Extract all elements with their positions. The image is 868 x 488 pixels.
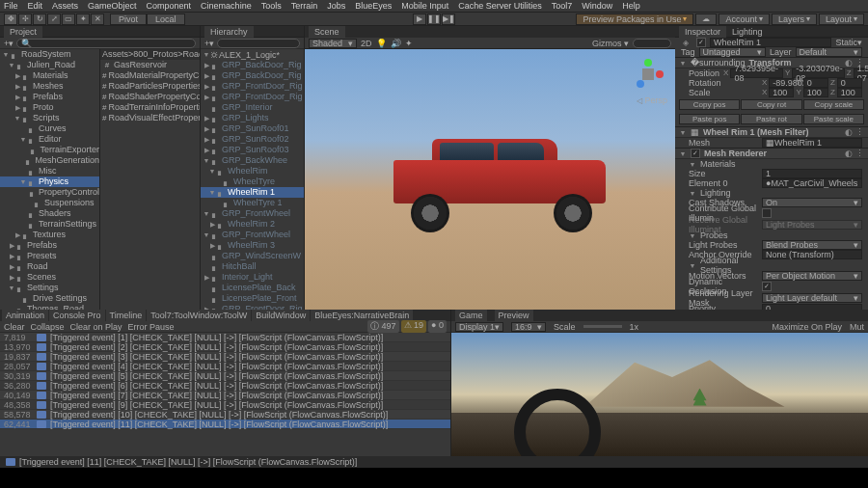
- asset-item[interactable]: #RoadVisualEffectPropertyC: [100, 113, 200, 123]
- tree-row[interactable]: HitchBall: [201, 261, 304, 272]
- create-menu[interactable]: +▾: [4, 39, 14, 48]
- shading-mode[interactable]: Shaded▾: [309, 39, 357, 48]
- warn-count[interactable]: ⚠ 19: [401, 320, 427, 333]
- tree-row[interactable]: ▶Prefabs: [0, 92, 99, 102]
- tree-row[interactable]: ▼GRP_FrontWheel: [201, 208, 304, 219]
- tree-row[interactable]: ▶GRP_FrontDoor_Rig: [201, 92, 304, 102]
- inspector-tab[interactable]: Inspector: [679, 26, 726, 38]
- cloud-button[interactable]: ☁: [695, 14, 717, 25]
- tree-row[interactable]: ▶Prefabs: [0, 240, 99, 251]
- log-row[interactable]: 30,319[Triggered event] [5] [CHECK_TAKE]…: [0, 371, 450, 381]
- cast-shadows[interactable]: On▾: [762, 198, 862, 207]
- tree-row[interactable]: ▶GRP_FrontDoor_Rig: [201, 81, 304, 92]
- log-row[interactable]: 40,149[Triggered event] [7] [CHECK_TAKE]…: [0, 391, 450, 400]
- gameobject-name-field[interactable]: WheelRim 1: [710, 38, 831, 47]
- menu-file[interactable]: File: [4, 1, 18, 11]
- transform-tool[interactable]: ✦: [76, 14, 90, 25]
- preview-tab[interactable]: Preview: [495, 310, 533, 321]
- rot-y[interactable]: 0: [803, 78, 828, 88]
- tree-row[interactable]: ▶WheelRim 2: [201, 219, 304, 230]
- tree-row[interactable]: MeshGeneration: [0, 155, 99, 166]
- 2d-toggle[interactable]: 2D: [361, 39, 372, 48]
- tree-row[interactable]: ▶GRP_SunRoof01: [201, 123, 304, 134]
- tree-row[interactable]: ▶Meshes: [0, 81, 99, 92]
- menu-help[interactable]: Help: [622, 1, 640, 11]
- fx-toggle[interactable]: ✦: [405, 39, 413, 48]
- aspect-dropdown[interactable]: 16:9▾: [511, 322, 546, 332]
- play-button[interactable]: ▶: [413, 14, 426, 25]
- tree-row[interactable]: Suspensions: [0, 198, 99, 208]
- console-tab[interactable]: Animation: [2, 310, 48, 321]
- tree-row[interactable]: TerrainSettings: [0, 219, 99, 230]
- tree-row[interactable]: ▼Settings: [0, 283, 99, 293]
- asset-item[interactable]: #RoadMaterialPropertyContr: [100, 70, 200, 81]
- pos-z[interactable]: 1.525879e-07: [854, 68, 868, 78]
- tree-row[interactable]: ▶Scenes: [0, 272, 99, 283]
- rect-tool[interactable]: ▭: [62, 14, 75, 25]
- anchor-override[interactable]: None (Transform): [762, 250, 862, 259]
- tree-row[interactable]: ▼RoadSystem: [0, 49, 99, 60]
- asset-item[interactable]: #RoadTerrainInfoProperties: [100, 102, 200, 113]
- collapse-toggle[interactable]: Collapse: [31, 322, 65, 332]
- orientation-gizmo[interactable]: [629, 55, 667, 94]
- tree-row[interactable]: ▶GRP_SunRoof02: [201, 134, 304, 145]
- mute-toggle[interactable]: Mut: [850, 322, 864, 332]
- hand-tool[interactable]: ✥: [4, 14, 17, 25]
- tree-row[interactable]: TerrainExporter: [0, 145, 99, 155]
- log-row[interactable]: 19,837[Triggered event] [3] [CHECK_TAKE]…: [0, 352, 450, 362]
- paste-pos[interactable]: Paste pos: [679, 114, 740, 124]
- console-tab[interactable]: Tool7:ToolWindow:ToolW: [147, 310, 251, 321]
- tree-row[interactable]: Curves: [0, 123, 99, 134]
- mesh-field[interactable]: ▦ WheelRim 1: [762, 138, 862, 148]
- error-count[interactable]: ● 0: [428, 320, 447, 333]
- pos-y[interactable]: -3.203079e-08: [792, 68, 845, 78]
- clear-on-play-toggle[interactable]: Clear on Play: [70, 322, 122, 332]
- hierarchy-tab[interactable]: Hierarchy: [204, 26, 254, 38]
- info-count[interactable]: ⓘ 497: [367, 320, 399, 333]
- lighting-tab[interactable]: Lighting: [732, 27, 763, 37]
- tree-row[interactable]: ▼Julien_Road: [0, 60, 99, 70]
- menu-gameobject[interactable]: GameObject: [88, 1, 137, 11]
- tree-row[interactable]: Drive Settings: [0, 293, 99, 304]
- tree-row[interactable]: ▶Presets: [0, 251, 99, 261]
- project-search[interactable]: 🔍: [16, 39, 196, 48]
- meshfilter-component[interactable]: ▼▦ Wheel Rim 1 (Mesh Filter)◐ ⋮: [675, 126, 868, 138]
- tree-row[interactable]: ▶Materials: [0, 70, 99, 81]
- tree-row[interactable]: WheelTyre: [201, 176, 304, 187]
- menu-mobile-input[interactable]: Mobile Input: [401, 1, 448, 11]
- clear-button[interactable]: Clear: [4, 322, 25, 332]
- menu-jobs[interactable]: Jobs: [327, 1, 345, 11]
- tree-row[interactable]: Misc: [0, 166, 99, 176]
- tree-row[interactable]: ▼WheelRim 1: [201, 187, 304, 198]
- error-pause-toggle[interactable]: Error Pause: [128, 322, 175, 332]
- projection-label[interactable]: ◁ Persp: [637, 95, 667, 105]
- tag-dropdown[interactable]: Untagged▾: [699, 47, 766, 57]
- menu-terrain[interactable]: Terrain: [291, 1, 318, 11]
- renderer-enabled[interactable]: ✓: [691, 149, 700, 158]
- copy-pos[interactable]: Copy pos: [679, 99, 740, 110]
- menu-window[interactable]: Window: [582, 1, 612, 11]
- log-row[interactable]: 58,578[Triggered event] [10] [CHECK_TAKE…: [0, 410, 450, 420]
- paste-rot[interactable]: Paste rot: [741, 114, 801, 124]
- pivot-toggle[interactable]: Pivot: [110, 14, 147, 25]
- tree-row[interactable]: ▶Textures: [0, 230, 99, 240]
- rot-x[interactable]: -89.98022: [769, 78, 794, 88]
- layout-dropdown[interactable]: Layout ▾: [819, 14, 864, 25]
- scl-z[interactable]: 100: [837, 88, 862, 97]
- log-row[interactable]: 36,280[Triggered event] [6] [CHECK_TAKE]…: [0, 381, 450, 391]
- scale-slider[interactable]: [583, 325, 622, 328]
- rotate-tool[interactable]: ↻: [33, 14, 46, 25]
- console-tab[interactable]: BuildWindow: [252, 310, 310, 321]
- tree-row[interactable]: ▼Editor: [0, 134, 99, 145]
- scene-viewport[interactable]: ◁ Persp: [305, 49, 675, 310]
- tree-row[interactable]: GRP_WindScreenW: [201, 251, 304, 261]
- layer-dropdown[interactable]: Default▾: [796, 47, 862, 57]
- meshrenderer-component[interactable]: ▼✓ Mesh Renderer◐ ⋮: [675, 148, 868, 159]
- tree-row[interactable]: LicensePlate_Back: [201, 283, 304, 293]
- local-toggle[interactable]: Local: [147, 14, 185, 25]
- tree-row[interactable]: ▶GRP_Lights: [201, 113, 304, 123]
- copy-scale[interactable]: Copy scale: [803, 99, 864, 110]
- asset-item[interactable]: #RoadShaderPropertyContr: [100, 92, 200, 102]
- static-dropdown[interactable]: Static▾: [835, 38, 862, 47]
- asset-item[interactable]: #GasReservoir: [100, 60, 200, 70]
